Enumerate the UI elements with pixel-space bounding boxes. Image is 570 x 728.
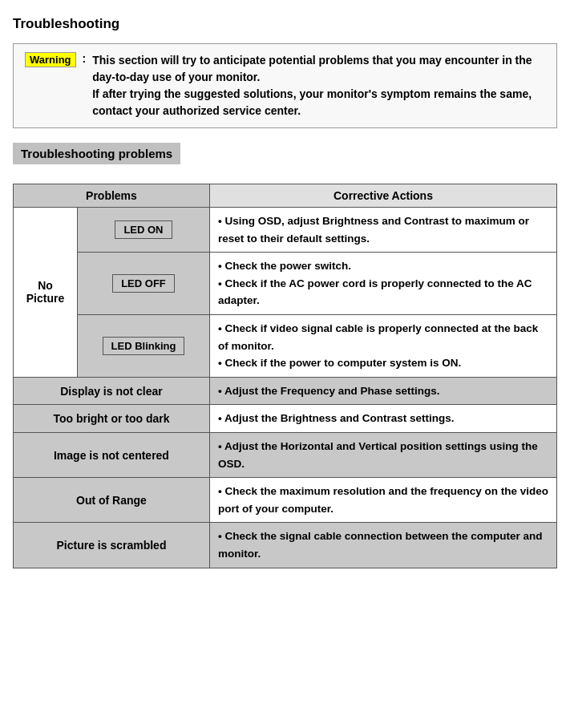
section-header: Troubleshooting problems: [13, 143, 180, 164]
warning-text: This section will try to anticipate pote…: [92, 52, 545, 119]
warning-box: Warning : This section will try to antic…: [13, 43, 557, 128]
sub-led-blinking: LED Blinking: [78, 314, 210, 377]
action-led-off-text: • Check the power switch.• Check if the …: [218, 260, 532, 306]
problem-out-of-range: Out of Range: [14, 478, 210, 523]
warning-line2: If after trying the suggested solutions,…: [92, 87, 532, 117]
action-not-centered: • Adjust the Horizontal and Vertical pos…: [209, 432, 556, 477]
action-brightness: • Adjust the Brightness and Contrast set…: [209, 405, 556, 433]
led-off-label: LED OFF: [112, 274, 175, 293]
action-brightness-text: • Adjust the Brightness and Contrast set…: [218, 412, 455, 424]
table-row: No Picture LED ON • Using OSD, adjust Br…: [14, 208, 557, 253]
action-not-centered-text: • Adjust the Horizontal and Vertical pos…: [218, 440, 538, 470]
action-led-blinking-text: • Check if video signal cable is properl…: [218, 322, 538, 369]
action-led-on: • Using OSD, adjust Brightness and Contr…: [209, 208, 556, 253]
warning-line1: This section will try to anticipate pote…: [92, 54, 532, 83]
action-out-of-range-text: • Check the maximum resolution and the f…: [218, 485, 548, 515]
col-header-actions: Corrective Actions: [209, 184, 556, 208]
table-row: Out of Range • Check the maximum resolut…: [14, 478, 557, 523]
page-title: Troubleshooting: [13, 16, 557, 32]
action-out-of-range: • Check the maximum resolution and the f…: [209, 478, 556, 523]
table-row: LED OFF • Check the power switch.• Check…: [14, 253, 557, 315]
warning-label: Warning: [25, 52, 76, 67]
col-header-problems: Problems: [14, 184, 210, 208]
problem-scrambled: Picture is scrambled: [14, 523, 210, 568]
problem-not-centered: Image is not centered: [14, 432, 210, 477]
sub-led-on: LED ON: [78, 208, 210, 253]
action-display-not-clear: • Adjust the Frequency and Phase setting…: [209, 377, 556, 405]
table-row: Picture is scrambled • Check the signal …: [14, 523, 557, 568]
action-led-off: • Check the power switch.• Check if the …: [209, 253, 556, 315]
problem-no-picture: No Picture: [14, 208, 78, 378]
table-row: Image is not centered • Adjust the Horiz…: [14, 432, 557, 477]
problem-brightness: Too bright or too dark: [14, 405, 210, 433]
troubleshooting-table: Problems Corrective Actions No Picture L…: [13, 184, 557, 568]
table-row: LED Blinking • Check if video signal cab…: [14, 314, 557, 377]
action-display-not-clear-text: • Adjust the Frequency and Phase setting…: [218, 385, 440, 397]
action-scrambled: • Check the signal cable connection betw…: [209, 523, 556, 568]
action-led-on-text: • Using OSD, adjust Brightness and Contr…: [218, 215, 529, 245]
table-row: Display is not clear • Adjust the Freque…: [14, 377, 557, 405]
led-on-label: LED ON: [115, 220, 172, 239]
action-led-blinking: • Check if video signal cable is properl…: [209, 314, 556, 377]
action-scrambled-text: • Check the signal cable connection betw…: [218, 530, 543, 560]
led-blinking-label: LED Blinking: [103, 337, 185, 355]
warning-colon: :: [83, 52, 87, 65]
sub-led-off: LED OFF: [78, 253, 210, 315]
table-row: Too bright or too dark • Adjust the Brig…: [14, 405, 557, 433]
problem-display-not-clear: Display is not clear: [14, 377, 210, 405]
